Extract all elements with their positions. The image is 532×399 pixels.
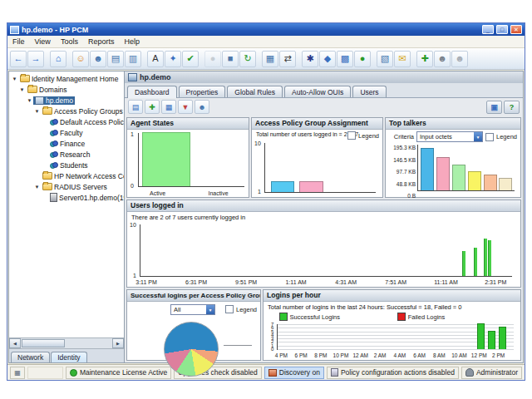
y-tick: 0 <box>131 183 134 189</box>
tree-node[interactable]: Research <box>48 150 91 159</box>
menu-file[interactable]: File <box>7 37 30 47</box>
sidebar-tab-network[interactable]: Network <box>11 352 50 362</box>
tree-node[interactable]: HP Network Access Contro <box>41 172 124 180</box>
criteria-dropdown[interactable]: Input octets ▼ <box>416 131 483 142</box>
stop-icon[interactable]: ■ <box>222 51 239 67</box>
expander-icon[interactable]: ▼ <box>18 87 26 92</box>
scroll-right-icon[interactable]: ▶ <box>112 338 124 348</box>
guest-user-icon[interactable]: ☻ <box>451 51 468 67</box>
menu-tools[interactable]: Tools <box>56 37 83 47</box>
refresh-icon[interactable]: ↻ <box>239 51 256 67</box>
expander-icon[interactable]: ▼ <box>33 185 41 190</box>
expander-icon[interactable]: ▼ <box>26 98 33 103</box>
forward-icon[interactable]: → <box>27 51 44 67</box>
status-policy-configuration-actions-disabled[interactable]: Policy configuration actions disabled <box>327 367 459 379</box>
group-filter-dropdown[interactable]: All ▼ <box>170 304 215 315</box>
tree-node[interactable]: Faculty <box>48 129 84 137</box>
filter-value: All <box>171 306 206 313</box>
device-manager-icon[interactable]: ▦ <box>262 51 278 67</box>
tab-dashboard[interactable]: Dashboard <box>127 86 177 98</box>
traffic-monitor-icon[interactable]: ▩ <box>337 51 353 67</box>
legend-checkbox[interactable] <box>225 305 234 313</box>
menu-view[interactable]: View <box>30 37 56 47</box>
access-policy-group-assignment-panel: Access Policy Group Assignment Total num… <box>251 117 383 198</box>
glyph: ✉ <box>398 54 406 63</box>
sidebar-tab-identity[interactable]: Identity <box>51 352 86 362</box>
find-node-icon[interactable]: ✱ <box>302 51 318 67</box>
tree-item[interactable]: Students <box>9 160 124 170</box>
folder-icon <box>42 107 52 115</box>
tree-item[interactable]: ▼Domains <box>9 84 124 95</box>
remove-chart-icon[interactable]: ▼ <box>178 100 193 114</box>
tree-item[interactable]: Faculty <box>9 127 124 138</box>
interconnect-icon[interactable]: ⇄ <box>279 51 296 67</box>
maximize-button[interactable]: □ <box>496 25 508 34</box>
identity-users-icon[interactable]: ☺ <box>72 51 89 67</box>
tree-item[interactable]: Server01.hp.demo(192.1 <box>9 192 124 203</box>
status-discovery-on[interactable]: Discovery on <box>264 367 324 379</box>
tree-node[interactable]: Finance <box>48 140 86 148</box>
tab-properties[interactable]: Properties <box>179 86 226 97</box>
tree-item[interactable]: HP Network Access Contro <box>9 170 124 181</box>
expander-icon[interactable]: ▼ <box>11 76 18 81</box>
dashboard-layout-icon[interactable]: ▤ <box>128 100 143 114</box>
tree-item[interactable]: Default Access Policy Gr <box>9 116 124 127</box>
chevron-down-icon[interactable]: ▼ <box>474 132 482 141</box>
topology-icon[interactable]: ◆ <box>319 51 336 67</box>
glyph: ● <box>360 54 366 63</box>
scroll-left-icon[interactable]: ◀ <box>9 338 21 348</box>
expander-icon[interactable]: ▼ <box>33 109 41 114</box>
notes-icon[interactable]: ✉ <box>394 51 411 67</box>
tree-horizontal-scrollbar[interactable]: ◀ ▶ <box>9 337 124 348</box>
legend-checkbox[interactable] <box>347 131 356 140</box>
report-document-icon[interactable]: ▥ <box>125 51 141 67</box>
add-chart-icon[interactable]: ✚ <box>145 100 160 114</box>
policy-check-icon[interactable]: ✔ <box>182 51 199 67</box>
menu-help[interactable]: Help <box>119 37 145 47</box>
tree-item[interactable]: Finance <box>9 138 124 149</box>
x-tick: Inactive <box>208 190 228 196</box>
apga-legend-toggle[interactable]: Legend <box>347 131 379 140</box>
home-icon[interactable]: ⌂ <box>50 51 66 67</box>
chevron-down-icon[interactable]: ▼ <box>206 305 214 314</box>
status-administrator[interactable]: Administrator <box>461 367 522 379</box>
chart-settings-icon[interactable]: ▦ <box>161 100 176 114</box>
back-icon[interactable]: ← <box>10 51 27 67</box>
minimize-button[interactable]: _ <box>482 25 494 34</box>
admin-user-icon[interactable]: ☻ <box>434 51 451 67</box>
copy-settings-icon[interactable]: ▤ <box>107 51 124 67</box>
user-icon[interactable]: ☻ <box>90 51 106 67</box>
tab-global-rules[interactable]: Global Rules <box>227 86 283 97</box>
close-button[interactable]: ✕ <box>510 25 522 34</box>
tab-users[interactable]: Users <box>352 86 386 97</box>
alarms-icon[interactable]: A <box>147 51 164 67</box>
tab-auto-allow-ouis[interactable]: Auto-Allow OUIs <box>284 86 351 97</box>
tree-item[interactable]: ▼hp.demo <box>9 95 124 106</box>
tree-item[interactable]: ▼RADIUS Servers <box>9 181 124 192</box>
layout-button[interactable]: ▣ <box>486 101 502 114</box>
globe-icon[interactable]: ● <box>354 51 371 67</box>
scrollbar-thumb[interactable] <box>22 339 65 347</box>
reports-stack-icon[interactable]: ▧ <box>377 51 393 67</box>
help-button[interactable]: ? <box>504 101 520 114</box>
tree-node[interactable]: Identity Management Home <box>18 75 120 83</box>
legend-checkbox[interactable] <box>485 133 494 141</box>
status-maintenance-license-active[interactable]: Maintenance License Active <box>66 367 171 379</box>
preferences-wrench-icon[interactable]: ✦ <box>165 51 181 67</box>
tree-node[interactable]: Server01.hp.demo(192.1 <box>48 193 124 202</box>
tree-node[interactable]: RADIUS Servers <box>41 183 109 191</box>
scrollbar-track[interactable] <box>21 338 112 348</box>
user-chart-icon[interactable]: ☻ <box>195 100 209 114</box>
config-paint-icon[interactable]: ✚ <box>416 51 433 67</box>
tree-node[interactable]: hp.demo <box>33 96 75 105</box>
tree-node[interactable]: Students <box>48 161 90 170</box>
tree-item[interactable]: Research <box>9 149 124 160</box>
tree-node[interactable]: Access Policy Groups <box>41 107 124 116</box>
tree-item[interactable]: ▼Identity Management Home <box>9 73 124 84</box>
pie-legend-toggle[interactable]: Legend <box>225 305 257 313</box>
tree-node[interactable]: Domains <box>26 86 69 94</box>
zoom-icon[interactable]: ● <box>204 51 221 67</box>
tree-node[interactable]: Default Access Policy Gr <box>48 118 124 126</box>
menu-reports[interactable]: Reports <box>83 37 120 47</box>
tree-item[interactable]: ▼Access Policy Groups <box>9 106 124 116</box>
